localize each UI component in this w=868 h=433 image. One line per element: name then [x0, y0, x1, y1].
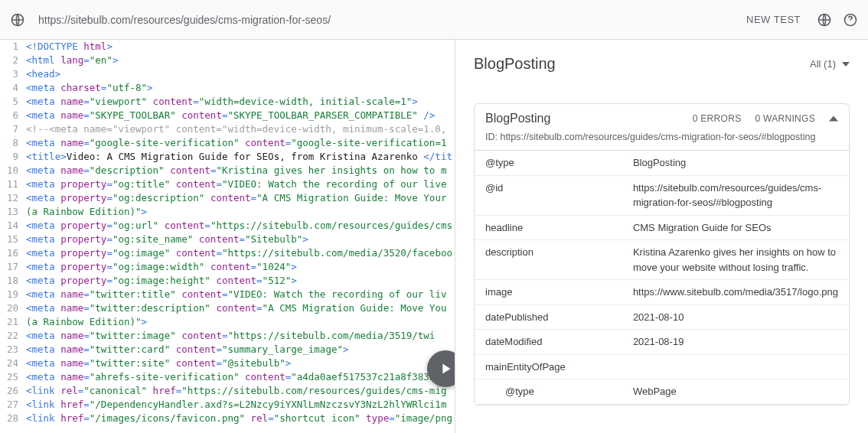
property-value: BlogPosting	[622, 151, 849, 175]
line-number: 28	[0, 412, 26, 425]
warnings-count: 0 WARNINGS	[755, 113, 815, 124]
line-number: 5	[0, 95, 26, 109]
code-line[interactable]: 11<meta property="og:title" content="VID…	[0, 177, 455, 191]
code-line[interactable]: 5<meta name="viewport" content="width=de…	[0, 95, 455, 109]
line-number: 23	[0, 343, 26, 356]
line-number: 16	[0, 246, 26, 260]
code-line[interactable]: 18<meta property="og:image:height" conte…	[0, 274, 455, 288]
code-line[interactable]: 17<meta property="og:image:width" conten…	[0, 260, 455, 274]
help-icon[interactable]	[842, 11, 859, 28]
source-code-panel[interactable]: 1<!DOCTYPE html>2<html lang="en">3<head>…	[0, 40, 455, 433]
code-line[interactable]: 15<meta property="og:site_name" content=…	[0, 233, 455, 246]
line-number: 2	[0, 54, 26, 67]
code-content: <meta name="SKYPE_TOOLBAR" content="SKYP…	[26, 109, 455, 122]
property-value: 2021-08-19	[622, 330, 849, 355]
code-line[interactable]: 25<meta name="ahrefs-site-verification" …	[0, 370, 455, 384]
line-number: 6	[0, 109, 26, 122]
line-number: 19	[0, 288, 26, 301]
code-line[interactable]: 10<meta name="description" content="Kris…	[0, 164, 455, 177]
code-line[interactable]: 23<meta name="twitter:card" content="sum…	[0, 343, 455, 356]
code-line[interactable]: 28<link href="/images/icons/favicon.png"…	[0, 412, 455, 425]
code-line[interactable]: 14<meta property="og:url" content="https…	[0, 219, 455, 233]
code-line[interactable]: 26<link rel="canonical" href="https://si…	[0, 384, 455, 398]
line-number: 17	[0, 260, 26, 274]
property-key: headline	[475, 215, 622, 240]
code-content: <meta property="og:title" content="VIDEO…	[26, 177, 455, 191]
line-number: 27	[0, 398, 26, 412]
code-line[interactable]: 21(a Rainbow Edition)">	[0, 315, 455, 329]
language-icon[interactable]	[816, 11, 833, 28]
code-line[interactable]: 6<meta name="SKYPE_TOOLBAR" content="SKY…	[0, 109, 455, 122]
code-line[interactable]: 24<meta name="twitter:site" content="@si…	[0, 356, 455, 370]
line-number: 22	[0, 329, 26, 343]
line-number: 26	[0, 384, 26, 398]
new-test-button[interactable]: NEW TEST	[746, 14, 801, 25]
code-content: <meta name="twitter:title" content="VIDE…	[26, 288, 455, 301]
table-row: descriptionKristina Azarenko gives her i…	[475, 240, 849, 280]
code-content: <meta property="og:url" content="https:/…	[26, 219, 455, 233]
code-line[interactable]: 2<html lang="en">	[0, 54, 455, 67]
table-row: dateModified2021-08-19	[475, 330, 849, 355]
line-number: 8	[0, 136, 26, 150]
code-content: <!--<meta name="viewport" content="width…	[26, 122, 455, 136]
code-line[interactable]: 20<meta name="twitter:description" conte…	[0, 301, 455, 315]
line-number: 9	[0, 150, 26, 164]
code-content: <meta charset="utf-8">	[26, 81, 455, 95]
line-number: 7	[0, 122, 26, 136]
code-content: <link rel="canonical" href="https://site…	[26, 384, 455, 398]
property-key: @type	[475, 379, 622, 405]
property-key: @id	[475, 175, 622, 215]
property-key: datePublished	[475, 304, 622, 330]
card-header[interactable]: BlogPosting 0 ERRORS 0 WARNINGS	[475, 104, 849, 130]
property-value: CMS Migration Guide for SEOs	[622, 215, 849, 240]
line-number: 18	[0, 274, 26, 288]
code-line[interactable]: 12<meta property="og:description" conten…	[0, 191, 455, 205]
url-input[interactable]	[35, 9, 737, 31]
code-line[interactable]: 16<meta property="og:image" content="htt…	[0, 246, 455, 260]
code-content: <link href="/DependencyHandler.axd?s=L2N…	[26, 398, 455, 412]
code-line[interactable]: 7<!--<meta name="viewport" content="widt…	[0, 122, 455, 136]
filter-dropdown[interactable]: All (1)	[810, 58, 850, 70]
code-line[interactable]: 9<title>Video: A CMS Migration Guide for…	[0, 150, 455, 164]
topbar: NEW TEST	[0, 0, 868, 40]
globe-icon	[9, 11, 26, 28]
card-id: ID: https://sitebulb.com/resources/guide…	[475, 130, 849, 151]
code-content: <meta name="twitter:card" content="summa…	[26, 343, 455, 356]
code-line[interactable]: 13(a Rainbow Edition)">	[0, 205, 455, 219]
code-line[interactable]: 8<meta name="google-site-verification" c…	[0, 136, 455, 150]
errors-count: 0 ERRORS	[693, 113, 742, 124]
code-content: <meta name="ahrefs-site-verification" co…	[26, 370, 455, 384]
properties-table: @typeBlogPosting@idhttps://sitebulb.com/…	[475, 151, 849, 405]
property-key: mainEntityOfPage	[475, 354, 622, 379]
code-content: <meta property="og:image:height" content…	[26, 274, 455, 288]
code-content: <!DOCTYPE html>	[26, 40, 455, 54]
code-content: <html lang="en">	[26, 54, 455, 67]
property-value: Kristina Azarenko gives her insights on …	[622, 240, 849, 280]
line-number: 25	[0, 370, 26, 384]
inspector-title: BlogPosting	[474, 55, 556, 73]
property-key: image	[475, 280, 622, 305]
line-number: 21	[0, 315, 26, 329]
code-content: <link href="/images/icons/favicon.png" r…	[26, 412, 455, 425]
code-line[interactable]: 27<link href="/DependencyHandler.axd?s=L…	[0, 398, 455, 412]
result-card: BlogPosting 0 ERRORS 0 WARNINGS ID: http…	[474, 103, 850, 405]
code-line[interactable]: 22<meta name="twitter:image" content="ht…	[0, 329, 455, 343]
code-line[interactable]: 1<!DOCTYPE html>	[0, 40, 455, 54]
property-value: WebPage	[622, 379, 849, 405]
card-title: BlogPosting	[485, 112, 550, 125]
code-line[interactable]: 19<meta name="twitter:title" content="VI…	[0, 288, 455, 301]
line-number: 13	[0, 205, 26, 219]
code-content: <meta property="og:site_name" content="S…	[26, 233, 455, 246]
property-value: 2021-08-10	[622, 304, 849, 330]
code-content: <meta name="description" content="Kristi…	[26, 164, 455, 177]
table-row: @idhttps://sitebulb.com/resources/guides…	[475, 175, 849, 215]
property-value: https://sitebulb.com/resources/guides/cm…	[622, 175, 849, 215]
code-line[interactable]: 3<head>	[0, 67, 455, 81]
code-line[interactable]: 4<meta charset="utf-8">	[0, 81, 455, 95]
line-number: 11	[0, 177, 26, 191]
inspector-header: BlogPosting All (1)	[474, 55, 850, 73]
line-number: 14	[0, 219, 26, 233]
line-number: 1	[0, 40, 26, 54]
main: 1<!DOCTYPE html>2<html lang="en">3<head>…	[0, 40, 868, 433]
code-content: (a Rainbow Edition)">	[26, 205, 455, 219]
